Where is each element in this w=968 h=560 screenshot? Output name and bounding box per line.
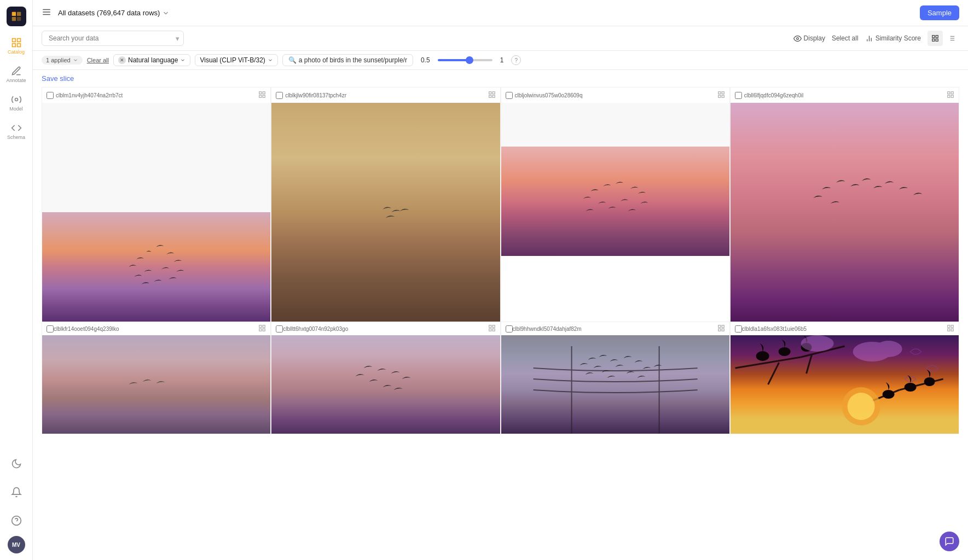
grid-item-6: clblltt6hxtg0074n92pk03go bbox=[271, 322, 500, 434]
grid-item-2-checkbox[interactable] bbox=[276, 92, 283, 99]
svg-point-74 bbox=[853, 342, 891, 361]
svg-rect-33 bbox=[492, 92, 495, 94]
grid-item-8-id: clbldla1a6fsx083t1uie06b5 bbox=[742, 326, 807, 332]
search-input[interactable] bbox=[42, 31, 184, 46]
grid-item-5: clblkfr14ooet094g4q239lko bbox=[42, 322, 271, 434]
grid-item-5-id: clblkfr14ooet094g4q239lko bbox=[54, 326, 119, 332]
grid-item-8-footer: clbldla1a6fsx083t1uie06b5 bbox=[731, 322, 959, 335]
grid-item-1-expand-icon[interactable] bbox=[258, 91, 266, 100]
menu-icon[interactable] bbox=[42, 7, 51, 19]
save-slice-button[interactable]: Save slice bbox=[42, 74, 74, 83]
grid-row-1: clblm1nv4yjh4074na2rrb7ct bbox=[42, 87, 959, 322]
svg-rect-52 bbox=[718, 325, 721, 328]
query-text: a photo of birds in the sunset/purple/r bbox=[299, 56, 407, 64]
svg-point-75 bbox=[874, 341, 902, 357]
grid-item-6-expand-icon[interactable] bbox=[488, 324, 496, 333]
grid-item-3-image-top bbox=[501, 103, 729, 147]
search-dropdown-icon[interactable]: ▾ bbox=[176, 34, 179, 43]
grid-item-3-expand-icon[interactable] bbox=[717, 91, 725, 100]
language-filter-chip[interactable]: ✕ Natural language bbox=[113, 54, 190, 66]
svg-rect-7 bbox=[17, 44, 20, 47]
svg-rect-31 bbox=[263, 95, 265, 97]
sidebar-item-model[interactable]: Model bbox=[3, 90, 30, 116]
support-chat-button[interactable] bbox=[940, 532, 959, 551]
svg-rect-38 bbox=[718, 95, 721, 97]
grid-item-7-footer: clbl9hhwndkl5074dahjaf82m bbox=[501, 322, 729, 335]
toolbar: ▾ Display Select all Similarity Score bbox=[33, 26, 968, 51]
threshold-value: 0.5 bbox=[418, 55, 433, 66]
grid-item-6-id: clblltt6hxtg0074n92pk03go bbox=[283, 326, 348, 332]
grid-item-6-image bbox=[271, 335, 500, 434]
grid-item-7-expand-icon[interactable] bbox=[717, 324, 725, 333]
image-grid: clblm1nv4yjh4074na2rrb7ct bbox=[33, 87, 968, 560]
sidebar-schema-label: Schema bbox=[7, 135, 25, 140]
main-content: All datasets (769,647 data rows) Sample … bbox=[33, 0, 968, 560]
grid-item-8-checkbox[interactable] bbox=[735, 325, 742, 332]
filter-bar: 1 applied Clear all ✕ Natural language V… bbox=[33, 51, 968, 70]
grid-item-6-checkbox[interactable] bbox=[276, 325, 283, 332]
svg-rect-61 bbox=[951, 329, 953, 331]
grid-item-3-checkbox[interactable] bbox=[506, 92, 513, 99]
grid-item-3: clbljolwinvus075w0o28609q bbox=[501, 87, 730, 322]
svg-point-72 bbox=[924, 377, 935, 386]
grid-item-1-checkbox[interactable] bbox=[47, 92, 54, 99]
svg-line-66 bbox=[899, 379, 943, 390]
grid-item-5-expand-icon[interactable] bbox=[258, 324, 266, 333]
grid-item-4-checkbox[interactable] bbox=[735, 92, 742, 99]
applied-badge[interactable]: 1 applied bbox=[42, 56, 83, 65]
grid-item-4: clbll6lfjqdfc094g6zeqh0il bbox=[730, 87, 959, 322]
model-filter-chip[interactable]: Visual (CLIP ViT-B/32) bbox=[195, 54, 277, 66]
sidebar-item-theme[interactable] bbox=[3, 451, 30, 477]
svg-point-77 bbox=[842, 387, 880, 425]
svg-rect-47 bbox=[263, 329, 265, 331]
grid-item-5-checkbox[interactable] bbox=[47, 325, 54, 332]
svg-rect-37 bbox=[722, 92, 724, 94]
applied-count: 1 applied bbox=[46, 57, 71, 63]
svg-point-68 bbox=[756, 351, 769, 361]
help-icon[interactable]: ? bbox=[511, 55, 521, 65]
threshold-slider[interactable] bbox=[438, 59, 492, 61]
similarity-score-action[interactable]: Similarity Score bbox=[865, 34, 921, 43]
save-slice-bar: Save slice bbox=[33, 70, 968, 87]
grid-item-1: clblm1nv4yjh4074na2rrb7ct bbox=[42, 87, 271, 322]
grid-item-4-image bbox=[731, 103, 959, 322]
language-filter-label: Natural language bbox=[128, 56, 178, 64]
svg-rect-44 bbox=[259, 325, 262, 328]
sidebar-item-annotate[interactable]: Annotate bbox=[3, 61, 30, 88]
svg-rect-49 bbox=[492, 325, 495, 328]
sidebar-item-notifications[interactable] bbox=[3, 479, 30, 505]
sidebar-model-label: Model bbox=[9, 106, 23, 112]
language-filter-remove-icon[interactable]: ✕ bbox=[118, 56, 126, 64]
display-action[interactable]: Display bbox=[793, 34, 825, 43]
svg-point-14 bbox=[796, 37, 798, 39]
model-filter-label: Visual (CLIP ViT-B/32) bbox=[200, 56, 265, 64]
dataset-label: All datasets (769,647 data rows) bbox=[58, 9, 160, 17]
grid-item-2-expand-icon[interactable] bbox=[488, 91, 496, 100]
svg-rect-2 bbox=[11, 17, 15, 21]
svg-rect-28 bbox=[259, 92, 262, 94]
grid-item-8-expand-icon[interactable] bbox=[947, 324, 954, 333]
sidebar-item-schema[interactable]: Schema bbox=[3, 118, 30, 144]
grid-view-button[interactable] bbox=[928, 31, 943, 46]
list-view-button[interactable] bbox=[944, 31, 959, 46]
threshold-slider-container bbox=[438, 59, 492, 61]
svg-point-70 bbox=[801, 343, 812, 352]
sample-button[interactable]: Sample bbox=[920, 5, 959, 20]
app-logo[interactable] bbox=[7, 7, 26, 26]
svg-rect-48 bbox=[489, 325, 491, 328]
user-avatar[interactable]: MV bbox=[8, 536, 25, 553]
dataset-selector[interactable]: All datasets (769,647 data rows) bbox=[58, 9, 170, 17]
sidebar-item-catalog[interactable]: Catalog bbox=[3, 33, 30, 59]
grid-item-2-id: clblkjlw90fir08137tpch4zr bbox=[285, 92, 346, 98]
grid-item-5-image bbox=[42, 335, 270, 434]
grid-item-6-footer: clblltt6hxtg0074n92pk03go bbox=[271, 322, 500, 335]
select-all-action[interactable]: Select all bbox=[832, 34, 859, 42]
grid-item-4-expand-icon[interactable] bbox=[947, 91, 954, 100]
view-toggle bbox=[928, 31, 959, 46]
grid-item-1-image-bottom bbox=[42, 212, 270, 322]
grid-item-1-image-top bbox=[42, 103, 270, 212]
sidebar-item-help[interactable] bbox=[3, 508, 30, 534]
grid-item-2-image bbox=[271, 103, 500, 322]
clear-all-button[interactable]: Clear all bbox=[87, 57, 109, 63]
grid-item-7-checkbox[interactable] bbox=[506, 325, 513, 332]
